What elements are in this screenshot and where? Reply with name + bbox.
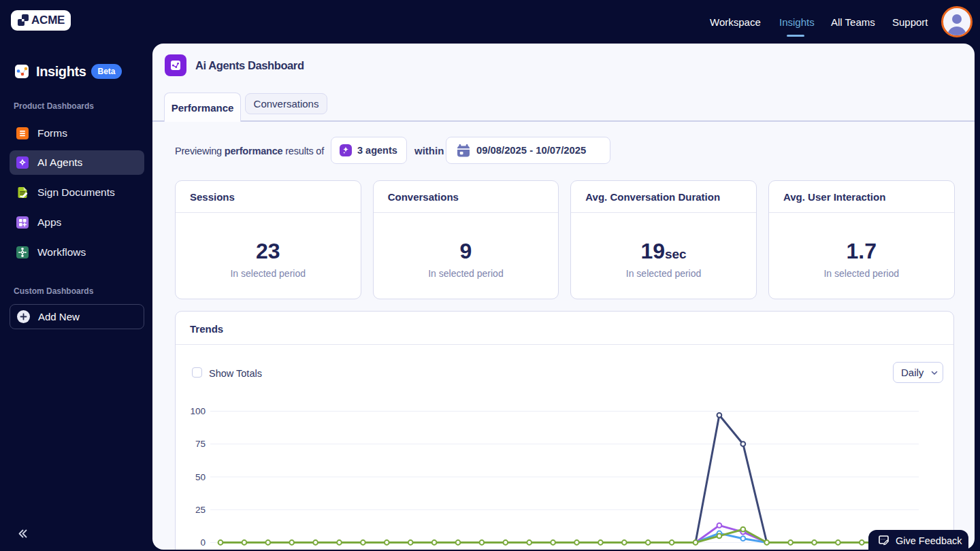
svg-text:100: 100 xyxy=(190,406,206,416)
svg-text:75: 75 xyxy=(195,439,206,449)
svg-text:25: 25 xyxy=(195,504,206,514)
svg-text:0: 0 xyxy=(200,537,206,548)
svg-text:50: 50 xyxy=(195,471,206,482)
